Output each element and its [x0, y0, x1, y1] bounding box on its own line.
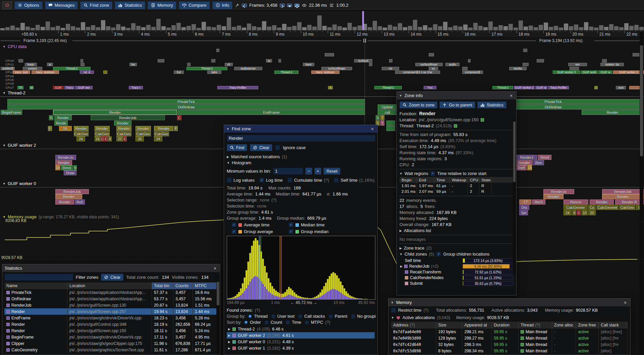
sort-by-radio[interactable] — [244, 320, 248, 325]
found-zone-group[interactable]: ▶Thread-2(4,105)6.46 s — [227, 326, 375, 332]
toolbar-button-compare[interactable]: Compare — [179, 1, 210, 9]
memory-column-header[interactable]: Address(?) — [391, 322, 436, 328]
cpu-segment[interactable]: syst — [616, 86, 626, 89]
collapse-icon[interactable]: ▼ — [3, 45, 6, 48]
legend-checkbox[interactable] — [288, 222, 293, 227]
timeline-zone[interactable]: C — [177, 115, 181, 120]
min-bin-input[interactable] — [273, 168, 303, 175]
timeline-zone[interactable]: Rerf — [516, 165, 527, 170]
stats-row[interactable]: EndFramejni/../jni/src/claw/gfx/drv/vk/D… — [4, 315, 218, 321]
statistics-scrollbar[interactable] — [216, 281, 220, 354]
sort-by-radio[interactable] — [305, 320, 309, 325]
timeline-zone[interactable]: 20 — [588, 210, 596, 215]
stats-row[interactable]: Renderjni/../jni/src/guif/Control.cpp:34… — [4, 321, 218, 327]
cpu-segment[interactable]: surfaceflinger — [321, 67, 352, 70]
legend-checkbox[interactable] — [231, 229, 236, 234]
cpu-segment[interactable]: kwor — [303, 63, 314, 66]
cpu-segment[interactable] — [369, 63, 372, 66]
timeline-zone[interactable]: Re5 — [75, 199, 85, 205]
timeline-zone[interactable]: Sel — [519, 210, 528, 215]
expand-icon[interactable]: ▶ — [400, 265, 402, 268]
filter-zones-input[interactable] — [4, 274, 73, 281]
allocation-row[interactable]: 0x7e049b3d00128 bytes298.27 ms59.95 sMai… — [391, 335, 628, 341]
collapse-icon[interactable]: ▼ — [3, 215, 6, 219]
timeline-zone[interactable]: OnRedraw — [7, 104, 365, 109]
timeline-zone[interactable]: 18 — [55, 165, 60, 170]
cpu-segment[interactable]: A — [328, 86, 333, 89]
stats-column-header[interactable]: Total tim — [152, 282, 173, 289]
scrollbar-thumb[interactable] — [640, 45, 643, 156]
stats-row[interactable]: Renderjni/../jni/src/guif/Screen.cpp:257… — [4, 308, 218, 315]
timeline-zone[interactable]: 24 — [564, 210, 572, 215]
memory-column-header[interactable]: Call stack — [599, 322, 628, 328]
statistics-button[interactable]: Statistics — [477, 101, 506, 108]
found-zone-group[interactable]: ▶GUIF worker 1(3,192)4.39 s — [227, 345, 375, 351]
cpu-segment[interactable] — [633, 53, 639, 56]
timeline-zone[interactable]: CalcGeo — [154, 131, 169, 136]
timeline-zone[interactable]: -17' — [519, 199, 531, 205]
sort-by-radio[interactable] — [264, 320, 269, 325]
group-by-radio[interactable] — [248, 314, 252, 319]
timeline-zone[interactable]: T — [380, 115, 384, 120]
memory-column-header[interactable]: Duration — [492, 322, 519, 328]
toolbar-button-options[interactable]: Options — [14, 1, 43, 9]
child-zone-row[interactable]: Submit35.63 µs (0.79%) — [399, 280, 514, 286]
cpu-segment[interactable] — [18, 59, 23, 62]
timeline-zone[interactable]: Rencer — [564, 199, 588, 205]
expand-icon[interactable]: ▶ — [228, 327, 230, 331]
timeline-zone[interactable]: 24 — [76, 136, 85, 141]
timeline-zone[interactable]: Render — [95, 126, 110, 131]
timeline-zone[interactable]: CalcGeo — [116, 131, 131, 136]
cpu-segment[interactable]: fnd — [174, 71, 184, 74]
zoom-to-zone-button[interactable]: Zoom to zone — [399, 101, 437, 108]
wait-column-header[interactable]: CPU — [468, 177, 479, 183]
matched-locations-header[interactable]: Matched source locations — [231, 154, 280, 159]
goto-frame-button[interactable] — [294, 4, 300, 7]
wait-column-header[interactable]: Wakeup — [450, 177, 468, 183]
log-values-checkbox[interactable] — [227, 178, 232, 183]
cpu-segment[interactable]: audio — [445, 63, 460, 66]
stats-column-header[interactable]: Name — [4, 282, 67, 289]
timeline-zone[interactable]: F — [174, 126, 178, 131]
cpu-segment[interactable] — [211, 59, 215, 62]
prev-frame-button[interactable] — [242, 4, 247, 7]
frame-select-button[interactable] — [287, 4, 292, 7]
cpu-segment[interactable] — [103, 71, 107, 74]
toolbar-button-memory[interactable]: Memory — [148, 1, 176, 9]
cpu-segment[interactable]: kwgn — [25, 63, 37, 66]
source-color-swatch[interactable] — [481, 118, 484, 122]
toolbar-button-findzone[interactable]: Find zone — [80, 1, 112, 9]
timeline-zone[interactable]: C — [101, 136, 104, 141]
cpu-segment[interactable] — [602, 59, 607, 62]
radio-option[interactable]: Time — [285, 320, 301, 325]
timeline-zone[interactable]: F — [48, 126, 52, 131]
allocation-row[interactable]: 0x7dfc53d8988 bytes298.34 ms59.95 sMain … — [391, 348, 628, 354]
thread-header[interactable]: ▼Thread-2 — [3, 90, 25, 95]
timeline-zone[interactable]: call — [378, 110, 397, 115]
cpu-segment[interactable]: system — [23, 67, 42, 70]
find-zone-titlebar[interactable]: ▼ Find zone × — [224, 125, 377, 133]
expand-icon[interactable]: ▶ — [399, 247, 402, 250]
child-zone-row[interactable]: ▶RenderJob(×2)4.16 ms (92.60%) — [399, 263, 514, 269]
timeline-zone[interactable]: RenderJob — [55, 189, 89, 194]
child-zone-row[interactable]: CalcRenderNodes51.51 µs (1.15%) — [399, 275, 514, 280]
timeline-zone[interactable]: PrivateTick — [7, 99, 365, 104]
timeline-zone[interactable]: CalcGeo — [619, 205, 635, 210]
child-zones-header[interactable]: Child zones — [405, 252, 427, 257]
stats-row[interactable]: CalcGeometryjni/../jni/src/claw/graphics… — [4, 347, 218, 353]
memory-column-header[interactable]: Zone free — [576, 322, 599, 328]
clear-filter-button[interactable]: Clear — [101, 274, 123, 281]
cpu-segment[interactable] — [158, 59, 164, 62]
expand-icon[interactable]: ▶ — [227, 155, 229, 159]
cpu-segment[interactable] — [80, 59, 83, 62]
power-button[interactable] — [2, 1, 12, 9]
collapse-icon[interactable]: ▼ — [226, 127, 229, 131]
timeline-zone[interactable]: CalcGeo — [136, 131, 151, 136]
allocations-list-header[interactable]: Allocations list — [404, 228, 431, 233]
timeline-zone[interactable]: RenderJob — [602, 189, 644, 194]
timeline-zone[interactable]: 9 — [572, 210, 576, 215]
collapse-icon[interactable]: ▼ — [227, 161, 230, 165]
timeline-zone[interactable]: Ca — [588, 205, 596, 210]
cpu-segment[interactable]: Trl — [17, 86, 23, 89]
cpu-segment[interactable]: ia — [266, 59, 272, 62]
